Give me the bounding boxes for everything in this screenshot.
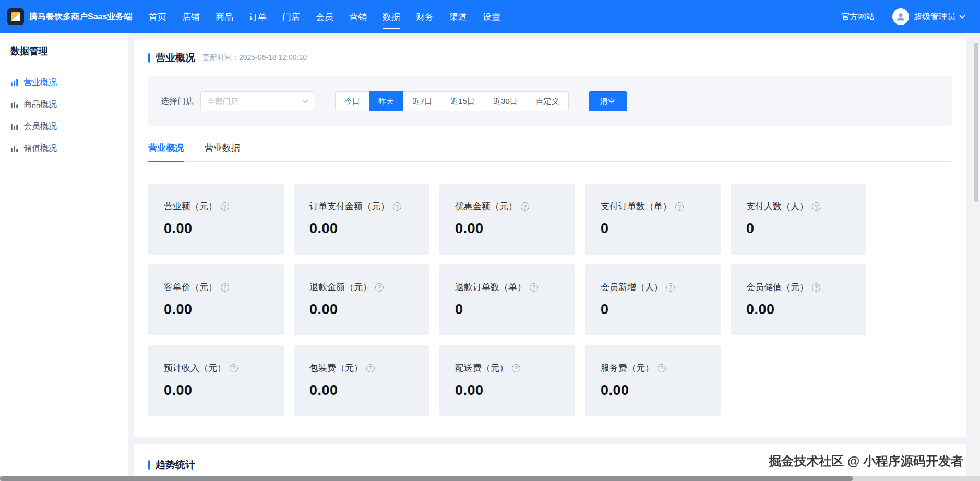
- stat-card-new-members: 会员新增（人）? 0: [585, 264, 721, 335]
- help-icon[interactable]: ?: [230, 364, 238, 372]
- nav-item-member[interactable]: 会员: [308, 0, 341, 33]
- help-icon[interactable]: ?: [812, 283, 820, 292]
- stat-title: 配送费（元）: [455, 362, 508, 374]
- stat-title: 服务费（元）: [601, 362, 654, 374]
- bar-chart-icon: [10, 123, 18, 130]
- help-icon[interactable]: ?: [221, 202, 229, 211]
- updated-time: 更新时间：2025-06-18 12:00:10: [202, 53, 307, 63]
- stat-card-delivery-fee: 配送费（元）? 0.00: [439, 345, 575, 416]
- stat-value: 0.00: [601, 382, 705, 399]
- tab-business-overview[interactable]: 营业概况: [148, 142, 184, 161]
- stat-card-discount-amount: 优惠金额（元）? 0.00: [439, 184, 575, 255]
- bar-chart-icon: [10, 145, 18, 152]
- stat-card-revenue: 营业额（元）? 0.00: [148, 184, 284, 255]
- vertical-scrollbar[interactable]: [974, 35, 979, 474]
- help-icon[interactable]: ?: [375, 283, 384, 292]
- sidebar-item-member-overview[interactable]: 会员概况: [0, 115, 128, 137]
- help-icon[interactable]: ?: [366, 364, 375, 372]
- stat-card-avg-order-value: 客单价（元）? 0.00: [148, 264, 284, 335]
- bar-chart-icon: [10, 79, 18, 87]
- stat-title: 营业额（元）: [164, 200, 217, 212]
- tabs: 营业概况 营业数据: [148, 142, 952, 162]
- stat-card-order-paid-amount: 订单支付金额（元）? 0.00: [294, 184, 429, 255]
- help-icon[interactable]: ?: [530, 283, 538, 292]
- nav-item-order[interactable]: 订单: [241, 0, 274, 33]
- stat-value: 0.00: [746, 302, 851, 318]
- stat-title: 预计收入（元）: [164, 362, 226, 374]
- main-content: 营业概况 更新时间：2025-06-18 12:00:10 选择门店 全部门店 …: [128, 33, 980, 481]
- sidebar: 数据管理 营业概况 商品概况 会员概况: [0, 33, 128, 481]
- stat-value: 0: [455, 302, 559, 318]
- brand: 腾马餐饮多商户Saas业务端: [7, 8, 139, 25]
- avatar: [892, 8, 909, 25]
- section-header: 营业概况 更新时间：2025-06-18 12:00:10: [148, 51, 952, 65]
- stat-card-expected-income: 预计收入（元）? 0.00: [148, 345, 284, 416]
- range-7days-button[interactable]: 近7日: [403, 91, 441, 111]
- help-icon[interactable]: ?: [812, 202, 820, 211]
- filter-bar: 选择门店 全部门店 今日 昨天 近7日 近15日 近30日 自定义 清空: [148, 76, 952, 126]
- stat-cards: 营业额（元）? 0.00 订单支付金额（元）? 0.00 优惠金额（元）? 0.…: [148, 184, 952, 416]
- store-select[interactable]: 全部门店: [200, 91, 314, 111]
- topbar: 腾马餐饮多商户Saas业务端 首页 店铺 商品 订单 门店 会员 营销 数据 财…: [0, 0, 980, 33]
- stat-value: 0.00: [455, 382, 559, 399]
- user-menu[interactable]: 超级管理员: [892, 8, 964, 25]
- section-marker: [148, 460, 150, 470]
- layout: 数据管理 营业概况 商品概况 会员概况: [0, 33, 980, 481]
- range-custom-button[interactable]: 自定义: [527, 91, 569, 111]
- sidebar-menu: 营业概况 商品概况 会员概况 储值概况: [0, 67, 128, 159]
- tab-business-data[interactable]: 营业数据: [205, 142, 240, 161]
- nav-item-finance[interactable]: 财务: [408, 0, 441, 33]
- section-title: 营业概况: [156, 51, 195, 65]
- sidebar-item-goods-overview[interactable]: 商品概况: [0, 93, 128, 115]
- section-title: 趋势统计: [156, 458, 195, 472]
- topbar-right: 官方网站 超级管理员: [841, 8, 964, 25]
- vertical-scrollbar-thumb[interactable]: [974, 43, 978, 202]
- stat-card-refund-orders: 退款订单数（单）? 0: [439, 264, 575, 335]
- nav-item-marketing[interactable]: 营销: [341, 0, 375, 33]
- user-name: 超级管理员: [914, 11, 955, 22]
- stat-title: 支付订单数（单）: [601, 200, 672, 212]
- help-icon[interactable]: ?: [393, 202, 401, 211]
- top-nav: 首页 店铺 商品 订单 门店 会员 营销 数据 财务 渠道 设置: [141, 0, 508, 33]
- nav-item-goods[interactable]: 商品: [208, 0, 241, 33]
- help-icon[interactable]: ?: [521, 202, 529, 211]
- stat-value: 0: [746, 221, 851, 237]
- stat-title: 退款金额（元）: [309, 281, 372, 293]
- stat-card-packaging-fee: 包装费（元）? 0.00: [294, 345, 429, 416]
- clear-button[interactable]: 清空: [589, 91, 627, 111]
- range-today-button[interactable]: 今日: [335, 91, 369, 111]
- nav-item-shop[interactable]: 店铺: [174, 0, 208, 33]
- sidebar-item-label: 营业概况: [23, 77, 57, 88]
- nav-item-store[interactable]: 门店: [274, 0, 308, 33]
- help-icon[interactable]: ?: [221, 283, 229, 292]
- official-site-link[interactable]: 官方网站: [841, 11, 875, 22]
- stat-card-service-fee: 服务费（元）? 0.00: [585, 345, 721, 416]
- horizontal-scrollbar[interactable]: [0, 476, 980, 481]
- horizontal-scrollbar-thumb[interactable]: [0, 476, 853, 481]
- nav-item-channel[interactable]: 渠道: [441, 0, 475, 33]
- stat-card-member-stored-value: 会员储值（元）? 0.00: [731, 264, 866, 335]
- help-icon[interactable]: ?: [512, 364, 520, 372]
- stat-value: 0.00: [164, 302, 268, 318]
- brand-title: 腾马餐饮多商户Saas业务端: [29, 11, 136, 22]
- help-icon[interactable]: ?: [658, 364, 666, 372]
- nav-item-home[interactable]: 首页: [141, 0, 174, 33]
- chevron-down-icon: [302, 97, 308, 103]
- range-30days-button[interactable]: 近30日: [484, 91, 527, 111]
- stat-title: 会员新增（人）: [601, 281, 663, 293]
- help-icon[interactable]: ?: [675, 202, 684, 211]
- help-icon[interactable]: ?: [666, 283, 675, 292]
- range-yesterday-button[interactable]: 昨天: [369, 91, 403, 111]
- stat-value: 0: [601, 221, 705, 237]
- range-15days-button[interactable]: 近15日: [441, 91, 484, 111]
- stat-card-paying-users: 支付人数（人）? 0: [731, 184, 866, 255]
- store-filter-label: 选择门店: [161, 96, 194, 107]
- stat-value: 0: [601, 302, 705, 318]
- nav-item-settings[interactable]: 设置: [475, 0, 508, 33]
- sidebar-item-stored-value-overview[interactable]: 储值概况: [0, 137, 128, 159]
- nav-item-data[interactable]: 数据: [375, 0, 408, 33]
- bar-chart-icon: [10, 101, 18, 109]
- stat-title: 支付人数（人）: [746, 200, 808, 212]
- sidebar-item-business-overview[interactable]: 营业概况: [0, 71, 128, 93]
- stat-value: 0.00: [455, 221, 559, 237]
